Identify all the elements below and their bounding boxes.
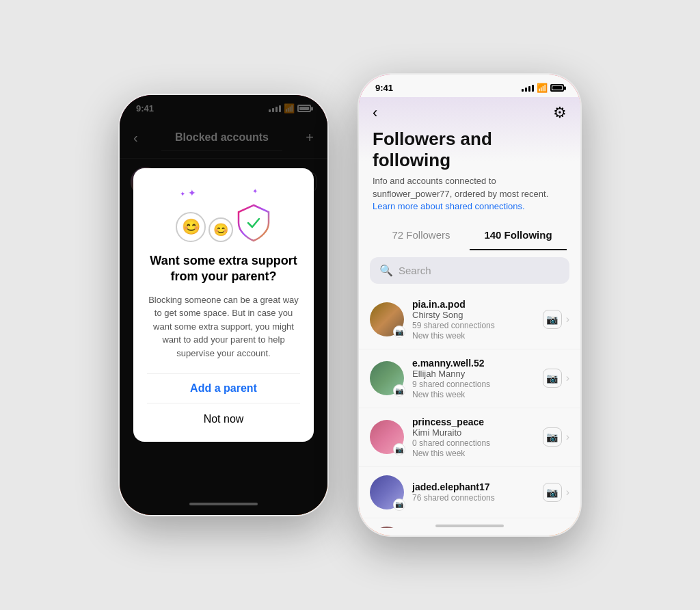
instagram-badge-2: 📷 [393,384,405,397]
user-list: 📷 pia.in.a.pod Chirsty Song 59 shared co… [359,291,580,528]
user-info-3: princess_peace Kimi Muraito 0 shared con… [412,416,535,458]
user-info-1: pia.in.a.pod Chirsty Song 59 shared conn… [412,299,535,341]
dialog-illustration: ✦ ✦ ✦ 😊 😊 [147,187,300,242]
dialog-overlay: ✦ ✦ ✦ 😊 😊 [120,95,327,515]
signal-icon-right [522,85,534,92]
battery-icon-right [550,84,564,92]
chevron-right-4: › [566,486,569,499]
time-right: 9:41 [375,83,393,93]
user-avatar-1: 📷 [370,302,404,336]
sparkle-icon-2: ✦ [180,190,185,198]
tab-following[interactable]: 140 Following [470,224,567,250]
user-info-2: e.manny.well.52 Ellijah Manny 9 shared c… [412,358,535,399]
user-handle-1: pia.in.a.pod [412,299,535,310]
dialog-body: Blocking someone can be a great way to g… [147,293,300,360]
left-phone: 9:41 📶 ‹ Blocked accounts + [118,93,329,517]
user-connections-1: 59 shared connections [412,321,535,330]
right-phone: 9:41 📶 ‹ ⚙ Followers and follo [357,72,582,538]
user-actions-2: 📷 › [543,369,569,388]
right-screen: ‹ ⚙ Followers and following Info and acc… [359,97,580,528]
settings-button[interactable]: ⚙ [553,104,567,122]
page-heading: Followers and following Info and account… [359,124,580,215]
back-button-right[interactable]: ‹ [373,104,377,122]
instagram-badge-4: 📷 [393,499,405,511]
search-bar[interactable]: 🔍 Search [370,257,569,284]
user-name-2: Ellijah Manny [412,369,535,379]
search-icon: 🔍 [379,264,393,277]
sparkle-icon: ✦ [188,187,196,198]
tabs-row: 72 Followers 140 Following [359,215,580,250]
shield-icon [236,204,271,242]
user-info-4: jaded.elephant17 76 shared connections [412,481,535,503]
list-item: 📷 princess_peace Kimi Muraito 0 shared c… [359,408,580,467]
ig-icon-3: 📷 [395,446,403,453]
user-handle-4: jaded.elephant17 [412,481,535,492]
right-nav: ‹ ⚙ [359,97,580,124]
user-actions-4: 📷 › [543,483,569,502]
user-avatar-4: 📷 [370,475,404,509]
ig-icon-1: 📷 [395,328,403,336]
status-bar-right: 9:41 📶 [359,75,580,97]
user-connections-2: 9 shared connections [412,380,535,389]
chevron-right-1: › [566,313,569,326]
tab-followers[interactable]: 72 Followers [373,224,470,250]
user-avatar-3: 📷 [370,420,404,454]
list-item: 📷 e.manny.well.52 Ellijah Manny 9 shared… [359,349,580,408]
wifi-icon-right: 📶 [537,83,548,93]
ig-action-btn-3[interactable]: 📷 [543,427,562,447]
instagram-badge-1: 📷 [393,326,405,338]
ig-action-btn-2[interactable]: 📷 [543,369,562,388]
ig-icon-4: 📷 [395,501,403,508]
user-handle-3: princess_peace [412,416,535,427]
ig-action-btn-4[interactable]: 📷 [543,483,562,502]
user-connections-3: 0 shared connections [412,438,535,448]
user-name-1: Chirsty Song [412,310,535,320]
chevron-right-2: › [566,372,569,384]
dialog-title: Want some extra support from your parent… [147,253,300,285]
list-item: 📷 jaded.elephant17 76 shared connections… [359,467,580,518]
face-icon-1: 😊 [176,212,206,242]
user-handle-2: e.manny.well.52 [412,358,535,369]
support-dialog: ✦ ✦ ✦ 😊 😊 [133,168,314,442]
user-extra-3: New this week [412,449,535,458]
chevron-right-3: › [566,431,569,443]
home-indicator-left [120,497,327,511]
ig-icon-2: 📷 [395,387,403,395]
ig-action-btn-1[interactable]: 📷 [543,310,562,329]
user-avatar-2: 📷 [370,361,404,395]
user-name-3: Kimi Muraito [412,427,535,438]
page-title: Followers and following [373,129,567,171]
instagram-badge-3: 📷 [393,443,405,455]
not-now-button[interactable]: Not now [147,403,300,435]
list-item: 📷 pia.in.a.pod Chirsty Song 59 shared co… [359,291,580,349]
user-extra-2: New this week [412,390,535,399]
learn-more-link[interactable]: Learn more about shared connections. [373,201,525,211]
user-actions-3: 📷 › [543,427,569,447]
add-parent-button[interactable]: Add a parent [147,373,300,403]
user-extra-1: New this week [412,331,535,341]
user-actions-1: 📷 › [543,310,569,329]
sparkle-icon-3: ✦ [252,187,258,195]
face-icon-2: 😊 [208,217,233,242]
page-subtitle: Info and accounts connected to sunflower… [373,175,567,213]
status-icons-right: 📶 [522,83,564,93]
home-indicator-right [359,519,580,533]
user-connections-4: 76 shared connections [412,493,535,503]
search-placeholder: Search [399,265,431,276]
